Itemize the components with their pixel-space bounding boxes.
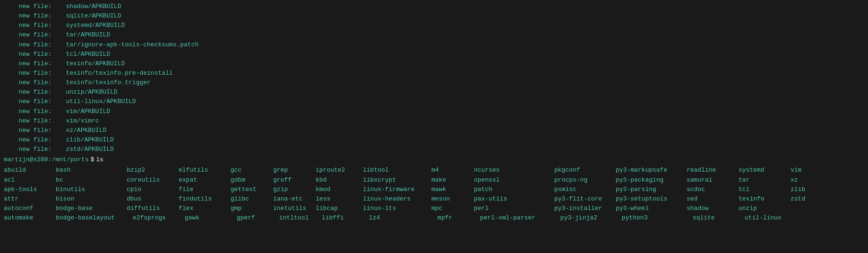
ls-output: abuildbashbzip2elfutilsgccgrepiproute2li… (4, 166, 864, 223)
ls-item: py3-packaging (616, 175, 687, 185)
new-label: new file: (4, 87, 52, 97)
ls-item: flex (179, 204, 231, 213)
ls-item: mpc (431, 204, 474, 213)
file-path: systemd/APKBUILD (66, 21, 125, 30)
new-label: new file: (4, 40, 52, 50)
ls-item: make (431, 175, 474, 185)
ls-item (112, 204, 127, 213)
file-entry: new file: vim/vimrc (4, 116, 864, 126)
file-path: xz/APKBUILD (66, 126, 106, 135)
prompt-user: martijn@x280 (4, 155, 48, 165)
ls-item: meson (431, 194, 474, 204)
ls-item (540, 185, 554, 194)
ls-item: vim (791, 166, 833, 175)
ls-item: grep (273, 166, 316, 175)
file-entry: new file: xz/APKBUILD (4, 126, 864, 135)
file-entry: new file: unzip/APKBUILD (4, 87, 864, 97)
file-entry: new file: zstd/APKBUILD (4, 145, 864, 154)
ls-item: pax-utils (474, 194, 540, 204)
ls-item: linux-headers (363, 194, 431, 204)
ls-item (112, 185, 127, 194)
file-path: zstd/APKBUILD (66, 145, 113, 154)
ls-item (540, 166, 554, 175)
ls-item: py3-setuptools (616, 194, 687, 204)
ls-item: bzip2 (127, 166, 179, 175)
file-path: shadow/APKBUILD (66, 2, 121, 11)
file-path: tcl/APKBUILD (66, 50, 110, 59)
file-entry: new file: texinfo/texinfo.trigger (4, 78, 864, 87)
ls-item: py3-jinja2 (560, 213, 622, 223)
ls-item: groff (273, 175, 316, 185)
file-entry: new file: zlib/APKBUILD (4, 135, 864, 145)
ls-item: cpio (127, 185, 179, 194)
file-entry: new file: util-linux/APKBUILD (4, 97, 864, 106)
ls-item: unzip (739, 204, 791, 213)
new-label: new file: (4, 97, 52, 106)
file-entry: new file: texinfo/APKBUILD (4, 59, 864, 69)
ls-item (112, 194, 127, 204)
ls-item: patch (474, 185, 540, 194)
ls-item: py3-installer (554, 204, 616, 213)
file-path: texinfo/APKBUILD (66, 59, 125, 69)
ls-item: m4 (431, 166, 474, 175)
ls-item: openssl (474, 175, 540, 185)
ls-item: bc (56, 175, 112, 185)
ls-item: lz4 (369, 213, 438, 223)
ls-item: readline (687, 166, 739, 175)
prompt-command: ls (96, 155, 103, 165)
ls-item: zstd (791, 194, 833, 204)
ls-item: libcap (316, 204, 363, 213)
new-label: new file: (4, 21, 52, 30)
ls-row: apk-toolsbinutilscpiofilegettextgzipkmod… (4, 185, 864, 194)
ls-item: attr (4, 194, 56, 204)
ls-item: abuild (4, 166, 56, 175)
ls-item: diffutils (127, 204, 179, 213)
new-label: new file: (4, 50, 52, 59)
file-entry: new file: tar/ignore-apk-tools-checksums… (4, 40, 864, 50)
file-path: texinfo/texinfo.pre-deinstall (66, 69, 172, 78)
ls-item: glibc (231, 194, 273, 204)
ls-item: kmod (316, 185, 363, 194)
ls-item (112, 175, 127, 185)
ls-item: sed (687, 194, 739, 204)
new-label: new file: (4, 135, 52, 145)
ls-item: inetutils (273, 204, 316, 213)
ls-item (540, 175, 554, 185)
ls-item: gmp (231, 204, 273, 213)
ls-item: gcc (231, 166, 273, 175)
new-label: new file: (4, 2, 52, 11)
ls-item: mawk (431, 185, 474, 194)
file-entry: new file: systemd/APKBUILD (4, 21, 864, 30)
new-label: new file: (4, 145, 52, 154)
prompt-line: martijn@x280:/mnt/ports$ls (4, 155, 864, 165)
ls-item: iana-etc (273, 194, 316, 204)
ls-item: xz (791, 175, 833, 185)
ls-item: pkgconf (554, 166, 616, 175)
ls-item: apk-tools (4, 185, 56, 194)
ls-item: bodge-base (56, 204, 112, 213)
ls-item: psmisc (554, 185, 616, 194)
ls-item (119, 213, 133, 223)
ls-item: intltool (279, 213, 322, 223)
ls-item (791, 204, 833, 213)
ls-item: py3-markupsafe (616, 166, 687, 175)
ls-item: autoconf (4, 204, 56, 213)
ls-item: samurai (687, 175, 739, 185)
file-path: unzip/APKBUILD (66, 87, 117, 97)
prompt-dollar: $ (90, 155, 94, 165)
ls-row: abuildbashbzip2elfutilsgccgrepiproute2li… (4, 166, 864, 175)
ls-item: bison (56, 194, 112, 204)
ls-row: automakebodge-baselayoute2fsprogsgawkgpe… (4, 213, 864, 223)
new-label: new file: (4, 11, 52, 21)
ls-item: file (179, 185, 231, 194)
ls-row: aclbccoreutilsexpatgdbmgroffkbdlibxcrypt… (4, 175, 864, 185)
file-entry: new file: tcl/APKBUILD (4, 50, 864, 59)
ls-item: acl (4, 175, 56, 185)
ls-item: util-linux (745, 213, 797, 223)
ls-item: less (316, 194, 363, 204)
ls-item: procps-ng (554, 175, 616, 185)
ls-item: bodge-baselayout (56, 213, 119, 223)
file-entry: new file: vim/APKBUILD (4, 107, 864, 116)
ls-item: ncurses (474, 166, 540, 175)
ls-item: py3-flit-core (554, 194, 616, 204)
